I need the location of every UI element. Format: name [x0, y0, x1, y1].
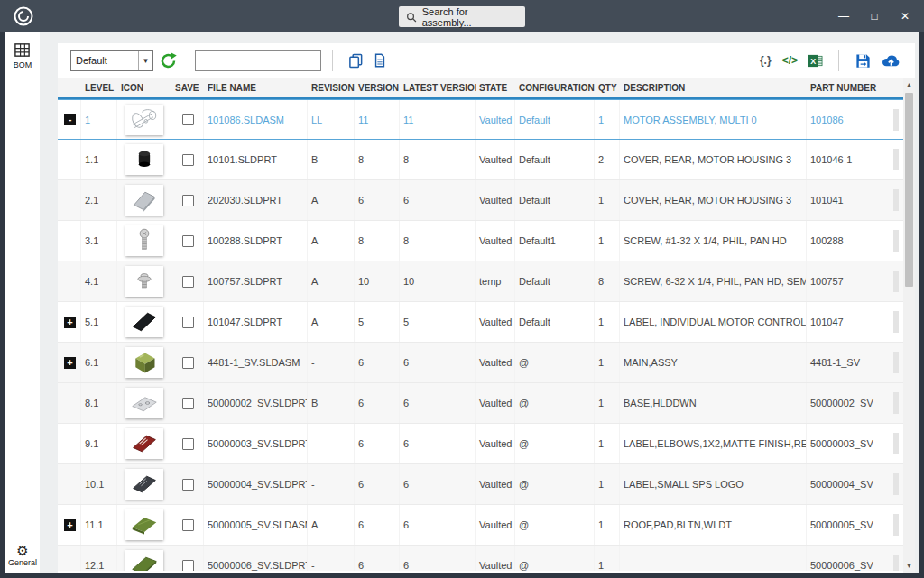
table-row[interactable]: 10.150000004_SV.SLDPRT-66Vaulted@1LABEL,…	[58, 464, 903, 505]
export-xml-button[interactable]: </>	[782, 54, 798, 67]
vertical-scrollbar[interactable]: ▲ ▼	[903, 78, 915, 573]
level-cell: 6.1	[81, 343, 117, 382]
latest-version-cell-text: 6	[403, 479, 409, 490]
save-cell	[171, 546, 204, 571]
column-header-revision[interactable]: REVISION	[308, 78, 355, 97]
table-row[interactable]: 2.1202030.SLDPRTA66VaultedDefault1COVER,…	[58, 180, 903, 221]
column-header-part-number[interactable]: PART NUMBER	[807, 78, 903, 97]
save-export-button[interactable]	[855, 52, 872, 69]
configuration-cell: @	[515, 464, 595, 504]
qty-cell: 8	[595, 261, 620, 301]
table-row[interactable]: 8.150000002_SV.SLDPRTB66Vaulted@1BASE,HL…	[58, 383, 903, 424]
toolbar-separator	[332, 50, 333, 71]
save-cell	[171, 100, 204, 139]
save-checkbox[interactable]	[182, 479, 194, 491]
column-header-file-name[interactable]: FILE NAME	[204, 78, 308, 97]
save-checkbox[interactable]	[182, 114, 194, 125]
maximize-button[interactable]: □	[859, 0, 890, 32]
state-cell: Vaulted	[476, 302, 515, 342]
table-row[interactable]: 3.1100288.SLDPRTA88VaultedDefault11SCREW…	[58, 221, 903, 261]
column-header-version[interactable]: VERSION	[355, 78, 400, 97]
level-cell-text: 6.1	[85, 357, 98, 368]
refresh-icon	[159, 51, 178, 70]
table-row[interactable]: 1.110101.SLDPRTB88VaultedDefault2COVER, …	[58, 140, 903, 180]
state-cell-text: Vaulted	[479, 154, 513, 165]
version-cell: 6	[355, 383, 400, 423]
save-checkbox[interactable]	[182, 398, 194, 409]
icon-cell	[117, 505, 171, 545]
scroll-down-arrow[interactable]: ▼	[903, 559, 915, 573]
revision-cell: A	[308, 261, 355, 301]
save-checkbox[interactable]	[182, 357, 194, 369]
description-cell: MAIN,ASSY	[620, 343, 807, 382]
expand-button[interactable]: +	[64, 357, 76, 369]
column-header-description[interactable]: DESCRIPTION	[620, 78, 807, 97]
qty-cell-text: 1	[598, 235, 604, 246]
expand-cell	[58, 180, 81, 220]
column-header-qty[interactable]: QTY	[595, 78, 620, 97]
base-plate-icon	[125, 388, 163, 418]
save-checkbox[interactable]	[182, 519, 194, 531]
save-checkbox[interactable]	[182, 317, 194, 328]
minimize-button[interactable]: —	[828, 0, 859, 32]
column-header-icon[interactable]: ICON	[117, 78, 171, 97]
save-cell	[171, 464, 204, 504]
version-cell-text: 6	[358, 357, 364, 368]
column-header-state[interactable]: STATE	[476, 78, 515, 97]
save-checkbox[interactable]	[182, 235, 194, 247]
expand-button[interactable]: +	[64, 519, 76, 531]
row-end-bar	[893, 392, 899, 414]
part-number-cell-text: 50000002_SV	[810, 398, 873, 408]
save-checkbox[interactable]	[182, 154, 194, 166]
black-label-icon	[125, 307, 163, 337]
column-header-latest-version[interactable]: LATEST VERSION	[400, 78, 476, 97]
document-button[interactable]	[373, 53, 387, 68]
table-row[interactable]: +5.1101047.SLDPRTA55VaultedDefault1LABEL…	[58, 302, 903, 343]
save-checkbox[interactable]	[182, 195, 194, 206]
sidebar-item-general[interactable]: ⚙ General	[5, 543, 40, 567]
latest-version-cell: 6	[400, 424, 476, 463]
level-cell-text: 4.1	[85, 276, 98, 287]
state-cell-text: Vaulted	[479, 115, 513, 125]
table-row[interactable]: 9.150000003_SV.SLDPRT-66Vaulted@1LABEL,E…	[58, 424, 903, 464]
column-header-save[interactable]: SAVE	[171, 78, 204, 97]
collapse-button[interactable]: -	[64, 114, 76, 125]
qty-cell: 1	[595, 180, 620, 220]
table-row[interactable]: +11.150000005_SV.SLDASMA66Vaulted@1ROOF,…	[58, 505, 903, 546]
table-row[interactable]: 4.1100757.SLDPRTA1010tempDefault8SCREW, …	[58, 261, 903, 302]
filter-input[interactable]	[195, 50, 321, 71]
view-dropdown[interactable]: Default ▼	[70, 50, 153, 71]
screw-sems-icon	[125, 266, 163, 297]
assembly-search-box[interactable]: Search for assembly...	[399, 6, 525, 27]
part-number-cell: 50000005_SV	[807, 505, 903, 545]
save-checkbox[interactable]	[182, 438, 194, 450]
refresh-button[interactable]	[158, 50, 178, 70]
row-end-bar	[893, 109, 899, 131]
copy-bom-button[interactable]	[348, 53, 364, 69]
cloud-upload-button[interactable]	[881, 53, 901, 69]
table-row[interactable]: +6.14481-1_SV.SLDASM-66Vaulted@1MAIN,ASS…	[58, 343, 903, 383]
revision-cell: LL	[308, 100, 355, 139]
export-excel-button[interactable]: X	[808, 53, 823, 69]
save-cell	[171, 180, 204, 220]
column-header-level[interactable]: LEVEL	[81, 78, 117, 97]
latest-version-cell: 10	[400, 261, 476, 301]
version-cell-text: 11	[358, 115, 368, 125]
sidebar-item-bom[interactable]: BOM	[14, 41, 32, 69]
description-cell-text: SCREW, #1-32 X 1/4, PHIL, PAN HD	[624, 235, 787, 246]
save-checkbox[interactable]	[182, 560, 194, 572]
scroll-up-arrow[interactable]: ▲	[903, 78, 915, 91]
version-cell: 6	[355, 464, 400, 504]
configuration-cell: @	[515, 505, 595, 545]
configuration-cell: Default	[515, 261, 595, 301]
table-row[interactable]: 12.150000006_SV.SLDPRT-66Vaulted@1500000…	[58, 546, 903, 571]
table-row[interactable]: -1101086.SLDASMLL1111VaultedDefault1MOTO…	[58, 99, 903, 140]
export-json-button[interactable]: {.}	[760, 54, 772, 67]
save-checkbox[interactable]	[182, 276, 194, 288]
file-cell-text: 50000005_SV.SLDASM	[208, 519, 308, 530]
close-button[interactable]: ✕	[890, 0, 920, 32]
description-cell-text: MAIN,ASSY	[624, 357, 678, 368]
expand-button[interactable]: +	[64, 317, 76, 328]
scroll-thumb[interactable]	[905, 93, 913, 287]
column-header-configuration[interactable]: CONFIGURATION	[515, 78, 595, 97]
